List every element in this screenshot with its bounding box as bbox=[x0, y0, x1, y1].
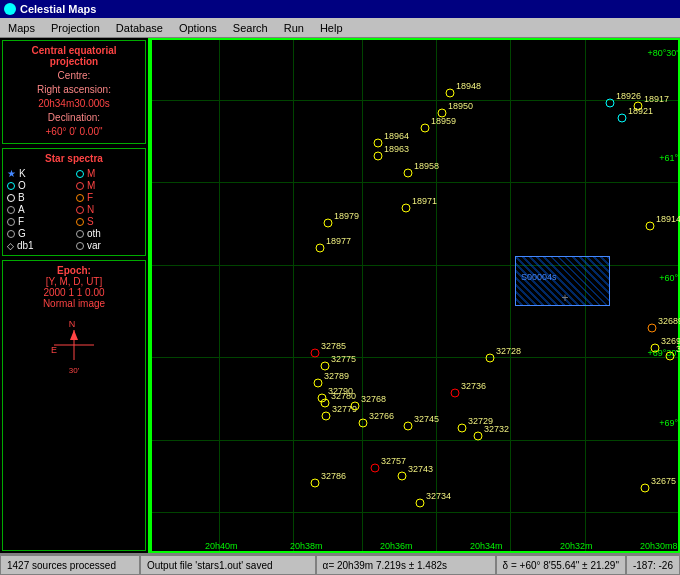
svg-point-12 bbox=[374, 139, 382, 147]
spectra-item-f2: F bbox=[7, 216, 72, 227]
extra-text: -187: -26 bbox=[633, 560, 673, 571]
svg-text:32736: 32736 bbox=[461, 381, 486, 391]
menu-bar: Maps Projection Database Options Search … bbox=[0, 18, 680, 38]
menu-projection[interactable]: Projection bbox=[43, 20, 108, 36]
svg-point-92 bbox=[371, 464, 379, 472]
svg-text:32780: 32780 bbox=[331, 391, 356, 401]
svg-point-8 bbox=[438, 109, 446, 117]
spectra-item-k: ★ K bbox=[7, 168, 72, 179]
svg-text:18977: 18977 bbox=[326, 236, 351, 246]
status-extra: -187: -26 bbox=[626, 555, 680, 575]
projection-title: Central equatorial projection bbox=[7, 45, 141, 67]
spectra-item-k2: M bbox=[76, 168, 141, 179]
spectra-item-m2: M bbox=[76, 180, 141, 191]
projection-content: Centre: Right ascension: 20h34m30.000s D… bbox=[7, 69, 141, 139]
spectra-dot-f bbox=[76, 194, 84, 202]
spectra-item-oth: oth bbox=[76, 228, 141, 239]
grid-h-1 bbox=[150, 100, 680, 101]
grid-h-4 bbox=[150, 357, 680, 358]
grid-v-4 bbox=[436, 38, 437, 553]
grid-h-6 bbox=[150, 512, 680, 513]
svg-point-38 bbox=[646, 222, 654, 230]
ra-text: α= 20h39m 7.219s ± 1.482s bbox=[323, 560, 447, 571]
dec-text: δ = +60° 8'55.64" ± 21.29" bbox=[503, 560, 619, 571]
dec-label: Declination: bbox=[7, 111, 141, 125]
spectra-item-var: var bbox=[76, 240, 141, 251]
svg-text:32775: 32775 bbox=[331, 354, 356, 364]
svg-point-62 bbox=[311, 349, 319, 357]
svg-text:32675: 32675 bbox=[651, 476, 676, 486]
app-icon bbox=[4, 3, 16, 15]
spectra-title: Star spectra bbox=[7, 153, 141, 164]
spectra-item-n: N bbox=[76, 204, 141, 215]
svg-text:32789: 32789 bbox=[324, 371, 349, 381]
main-content: Central equatorial projection Centre: Ri… bbox=[0, 38, 680, 553]
svg-text:18948: 18948 bbox=[456, 81, 481, 91]
axis-bottom-6: 20h30m8°30' bbox=[640, 541, 680, 551]
axis-bottom-3: 20h36m bbox=[380, 541, 413, 551]
svg-point-96 bbox=[416, 499, 424, 507]
svg-point-10 bbox=[421, 124, 429, 132]
star-map[interactable]: S00004s + 20h40m 20h38m 20h36m 20h34m 20… bbox=[150, 38, 680, 553]
svg-text:32786: 32786 bbox=[321, 471, 346, 481]
svg-point-16 bbox=[404, 169, 412, 177]
spectra-dot-s bbox=[76, 218, 84, 226]
svg-text:32729: 32729 bbox=[468, 416, 493, 426]
svg-text:32732: 32732 bbox=[484, 424, 509, 434]
menu-help[interactable]: Help bbox=[312, 20, 351, 36]
menu-options[interactable]: Options bbox=[171, 20, 225, 36]
axis-right-3: +60° bbox=[659, 273, 678, 283]
status-dec: δ = +60° 8'55.64" ± 21.29" bbox=[496, 555, 626, 575]
svg-point-86 bbox=[458, 424, 466, 432]
axis-right-4: +69°30' bbox=[647, 348, 678, 358]
axis-right-5: +69° bbox=[659, 418, 678, 428]
svg-text:32785: 32785 bbox=[321, 341, 346, 351]
cross-marker: + bbox=[561, 291, 568, 305]
grid-h-2 bbox=[150, 182, 680, 183]
svg-text:32728: 32728 bbox=[496, 346, 521, 356]
grid-v-3 bbox=[362, 38, 363, 553]
spectra-dot-f2 bbox=[7, 218, 15, 226]
svg-text:32695: 32695 bbox=[661, 336, 680, 346]
spectra-dot-o bbox=[7, 182, 15, 190]
svg-point-90 bbox=[311, 479, 319, 487]
image-type: Normal image bbox=[7, 298, 141, 309]
menu-maps[interactable]: Maps bbox=[0, 20, 43, 36]
menu-run[interactable]: Run bbox=[276, 20, 312, 36]
svg-text:32743: 32743 bbox=[408, 464, 433, 474]
compass: N E 30' bbox=[44, 315, 104, 375]
svg-text:18914: 18914 bbox=[656, 214, 680, 224]
spectra-dot-var bbox=[76, 242, 84, 250]
spectra-item-o: O bbox=[7, 180, 72, 191]
svg-point-14 bbox=[374, 152, 382, 160]
svg-marker-2 bbox=[70, 330, 78, 340]
svg-point-28 bbox=[618, 114, 626, 122]
title-bar: Celestial Maps bbox=[0, 0, 680, 18]
sources-text: 1427 sources processed bbox=[7, 560, 116, 571]
svg-point-22 bbox=[316, 244, 324, 252]
status-sources: 1427 sources processed bbox=[0, 555, 140, 575]
axis-bottom-1: 20h40m bbox=[205, 541, 238, 551]
spectra-item-f: F bbox=[76, 192, 141, 203]
grid-v-1 bbox=[219, 38, 220, 553]
axis-bottom-4: 20h34m bbox=[470, 541, 503, 551]
svg-point-80 bbox=[351, 402, 359, 410]
svg-text:32768: 32768 bbox=[361, 394, 386, 404]
menu-database[interactable]: Database bbox=[108, 20, 171, 36]
spectra-item-s: S bbox=[76, 216, 141, 227]
axis-bottom-2: 20h38m bbox=[290, 541, 323, 551]
svg-text:30': 30' bbox=[69, 366, 80, 375]
spectra-item-b: B bbox=[7, 192, 72, 203]
menu-search[interactable]: Search bbox=[225, 20, 276, 36]
epoch-title: Epoch: bbox=[7, 265, 141, 276]
sidebar: Central equatorial projection Centre: Ri… bbox=[0, 38, 150, 553]
app-title: Celestial Maps bbox=[20, 3, 96, 15]
svg-point-56 bbox=[648, 324, 656, 332]
svg-text:18963: 18963 bbox=[384, 144, 409, 154]
spectra-grid: ★ K M O M B bbox=[7, 168, 141, 251]
spectra-dot-k2 bbox=[76, 170, 84, 178]
svg-point-84 bbox=[404, 422, 412, 430]
svg-text:32734: 32734 bbox=[426, 491, 451, 501]
svg-text:32790: 32790 bbox=[328, 386, 353, 396]
spectra-dot-g bbox=[7, 230, 15, 238]
